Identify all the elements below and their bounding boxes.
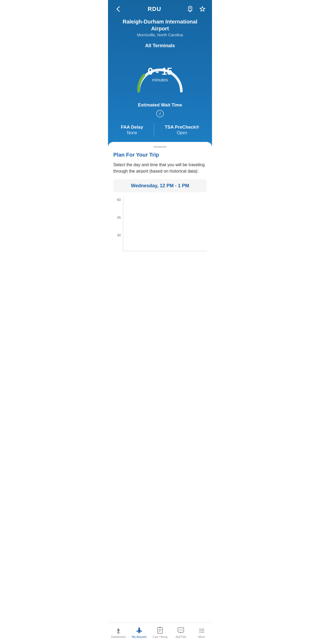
plan-title: Plan For Your Trip bbox=[113, 152, 207, 158]
chart-area: 60 45 30 bbox=[113, 198, 207, 256]
faa-status: FAA Delay None bbox=[110, 125, 154, 135]
tsa-value: Open bbox=[165, 130, 199, 135]
info-icon[interactable]: i bbox=[156, 110, 164, 117]
favorite-button[interactable] bbox=[198, 5, 207, 13]
airport-name-section: Raleigh-Durham International Airport Mor… bbox=[108, 17, 212, 37]
y-label-45: 45 bbox=[113, 216, 121, 220]
tsa-label: TSA PreCheck® bbox=[165, 125, 199, 130]
y-label-30: 30 bbox=[113, 233, 121, 237]
info-icon-row: i bbox=[108, 110, 212, 117]
status-row: FAA Delay None TSA PreCheck® Open bbox=[108, 123, 212, 137]
airport-name: Raleigh-Durham International Airport bbox=[113, 18, 207, 32]
selected-time: Wednesday, 12 PM - 1 PM bbox=[119, 183, 201, 189]
drag-handle bbox=[153, 146, 167, 148]
white-section: Plan For Your Trip Select the day and ti… bbox=[108, 142, 212, 302]
top-icons bbox=[186, 5, 207, 13]
airport-location: Morrisville, North Carolina bbox=[113, 33, 207, 37]
y-label-60: 60 bbox=[113, 198, 121, 202]
blue-header: RDU Raleigh-Durham International Airport… bbox=[108, 0, 212, 147]
gauge-container: 0 - 15 minutes bbox=[108, 51, 212, 99]
map-button[interactable] bbox=[186, 5, 194, 13]
airport-code: RDU bbox=[148, 6, 161, 13]
chart-inner bbox=[123, 198, 207, 251]
svg-point-0 bbox=[189, 7, 191, 9]
gauge-text-overlay: 0 - 15 minutes bbox=[148, 67, 172, 83]
time-selector[interactable]: Wednesday, 12 PM - 1 PM bbox=[113, 179, 207, 192]
back-button[interactable] bbox=[113, 4, 123, 14]
gauge-wait-range: 0 - 15 bbox=[148, 67, 172, 76]
tsa-status: TSA PreCheck® Open bbox=[154, 125, 210, 135]
estimated-label: Estimated Wait Time bbox=[108, 102, 212, 108]
faa-label: FAA Delay bbox=[121, 125, 143, 130]
plan-description: Select the day and time that you will be… bbox=[113, 162, 207, 174]
chart-y-labels: 60 45 30 bbox=[113, 198, 121, 256]
page-bottom-pad bbox=[113, 256, 207, 280]
terminals-label: All Terminals bbox=[108, 43, 212, 49]
top-bar: RDU bbox=[108, 0, 212, 17]
gauge-wait-unit: minutes bbox=[148, 77, 172, 83]
faa-value: None bbox=[121, 130, 143, 135]
